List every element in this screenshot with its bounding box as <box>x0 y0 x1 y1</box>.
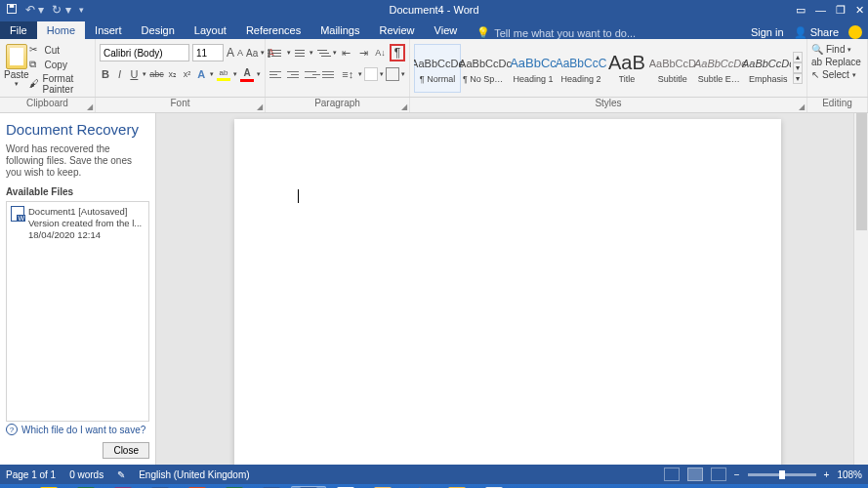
styles-expand-button[interactable]: ▾ <box>793 73 803 84</box>
tab-design[interactable]: Design <box>132 21 185 39</box>
style--no-spac-[interactable]: AaBbCcDc¶ No Spac... <box>462 44 509 93</box>
replace-button[interactable]: abReplace <box>811 57 861 67</box>
page-status[interactable]: Page 1 of 1 <box>6 469 56 480</box>
shading-button[interactable] <box>364 67 378 81</box>
paste-dropdown-icon[interactable]: ▾ <box>15 80 19 88</box>
recovered-file-item[interactable]: Document1 [Autosaved]Version created fro… <box>7 202 148 245</box>
decrease-indent-button[interactable]: ⇤ <box>339 44 353 61</box>
increase-indent-button[interactable]: ⇥ <box>355 44 370 61</box>
qat-customize-icon[interactable]: ▾ <box>79 5 84 15</box>
align-center-button[interactable] <box>287 67 303 81</box>
tab-home[interactable]: Home <box>37 21 85 39</box>
tab-view[interactable]: View <box>425 21 468 39</box>
maximize-button[interactable]: ❐ <box>836 4 846 17</box>
recovery-help-link[interactable]: ? Which file do I want to save? <box>6 424 145 435</box>
styles-gallery[interactable]: AaBbCcDc¶ NormalAaBbCcDc¶ No Spac...AaBb… <box>414 41 791 95</box>
styles-dialog-launcher[interactable]: ◢ <box>799 102 805 111</box>
document-area[interactable] <box>156 113 868 465</box>
bullets-button[interactable] <box>269 45 285 61</box>
zoom-level[interactable]: 108% <box>837 469 862 480</box>
close-button[interactable]: ✕ <box>855 4 864 17</box>
paste-button[interactable]: Paste ▾ <box>4 41 29 95</box>
read-mode-button[interactable] <box>664 468 680 481</box>
clipboard-dialog-launcher[interactable]: ◢ <box>87 102 93 111</box>
paintbrush-icon: 🖌 <box>29 78 39 90</box>
tab-layout[interactable]: Layout <box>185 21 236 39</box>
underline-button[interactable]: U <box>129 65 141 83</box>
vertical-scrollbar[interactable] <box>853 113 868 465</box>
highlight-color-button[interactable]: ab <box>217 65 230 83</box>
bold-button[interactable]: B <box>100 65 111 83</box>
format-painter-button[interactable]: 🖌Format Painter <box>29 73 91 95</box>
sort-button[interactable]: A↓ <box>373 44 388 61</box>
clipboard-icon <box>6 44 27 69</box>
paragraph-dialog-launcher[interactable]: ◢ <box>401 102 407 111</box>
borders-button[interactable] <box>386 67 399 81</box>
tab-references[interactable]: References <box>236 21 310 39</box>
style-subtitle[interactable]: AaBbCcDSubtitle <box>649 44 696 93</box>
show-hide-marks-button[interactable]: ¶ <box>390 44 405 61</box>
line-spacing-button[interactable]: ≡↕ <box>339 65 356 83</box>
grow-font-button[interactable]: A <box>227 45 234 61</box>
styles-scroll-up[interactable]: ▴ <box>793 52 803 62</box>
language-status[interactable]: English (United Kingdom) <box>139 469 249 480</box>
copy-button[interactable]: ⧉Copy <box>29 59 91 70</box>
tab-insert[interactable]: Insert <box>85 21 132 39</box>
editing-group-label: Editing <box>822 98 852 108</box>
text-effects-button[interactable]: A <box>195 65 207 83</box>
tab-review[interactable]: Review <box>370 21 425 39</box>
zoom-slider[interactable] <box>748 473 816 476</box>
feedback-smile-icon[interactable] <box>848 25 862 39</box>
cut-button[interactable]: ✂Cut <box>29 44 91 56</box>
superscript-button[interactable]: x² <box>182 65 193 83</box>
tab-mailings[interactable]: Mailings <box>310 21 369 39</box>
zoom-out-button[interactable]: − <box>734 469 740 480</box>
redo-icon[interactable]: ↻ ▾ <box>52 3 70 17</box>
italic-button[interactable]: I <box>114 65 126 83</box>
proofing-icon[interactable]: ✎ <box>117 469 125 480</box>
style-subtle-em-[interactable]: AaBbCcDcSubtle Em... <box>697 44 744 93</box>
justify-button[interactable] <box>322 67 338 81</box>
select-button[interactable]: ↖Select▾ <box>811 69 861 80</box>
font-name-combo[interactable] <box>100 44 189 61</box>
change-case-button[interactable]: Aa <box>246 45 258 61</box>
share-button[interactable]: 👤 Share <box>794 26 839 39</box>
style-title[interactable]: AaBTitle <box>605 44 648 93</box>
font-color-button[interactable]: A <box>240 65 254 83</box>
align-right-button[interactable] <box>305 67 320 81</box>
styles-scroll-down[interactable]: ▾ <box>793 62 803 73</box>
sign-in-link[interactable]: Sign in <box>751 26 784 38</box>
file-tab[interactable]: File <box>0 21 37 39</box>
minimize-button[interactable]: — <box>815 4 826 16</box>
available-files-label: Available Files <box>6 186 149 197</box>
recovery-title: Document Recovery <box>6 121 149 138</box>
print-layout-button[interactable] <box>687 468 703 481</box>
zoom-slider-thumb[interactable] <box>779 470 785 479</box>
multilevel-list-button[interactable] <box>315 45 331 61</box>
font-group-label: Font <box>170 98 189 108</box>
search-icon: 🔍 <box>811 44 823 55</box>
shrink-font-button[interactable]: A <box>237 45 243 61</box>
tell-me-search[interactable]: 💡 Tell me what you want to do... <box>476 26 636 39</box>
word-count-status[interactable]: 0 words <box>69 469 103 480</box>
style-heading-2[interactable]: AaBbCcCHeading 2 <box>558 44 604 93</box>
save-icon[interactable] <box>6 3 18 17</box>
ribbon-options-icon[interactable]: ▭ <box>796 4 806 17</box>
style--normal[interactable]: AaBbCcDc¶ Normal <box>414 44 461 93</box>
style-heading-1[interactable]: AaBbCcHeading 1 <box>510 44 557 93</box>
font-dialog-launcher[interactable]: ◢ <box>257 102 263 111</box>
undo-icon[interactable]: ↶ ▾ <box>25 3 44 17</box>
find-button[interactable]: 🔍Find▾ <box>811 44 861 55</box>
style-emphasis[interactable]: AaBbCcDcEmphasis <box>745 44 791 93</box>
strikethrough-button[interactable]: abc <box>149 65 164 83</box>
scissors-icon: ✂ <box>29 44 41 56</box>
numbering-button[interactable] <box>293 45 309 61</box>
subscript-button[interactable]: x₂ <box>167 65 179 83</box>
document-page[interactable] <box>234 119 781 465</box>
recovery-close-button[interactable]: Close <box>103 442 149 459</box>
scrollbar-thumb[interactable] <box>856 113 867 230</box>
web-layout-button[interactable] <box>711 468 726 481</box>
zoom-in-button[interactable]: + <box>824 469 830 480</box>
font-size-combo[interactable] <box>192 44 224 61</box>
align-left-button[interactable] <box>269 67 285 81</box>
